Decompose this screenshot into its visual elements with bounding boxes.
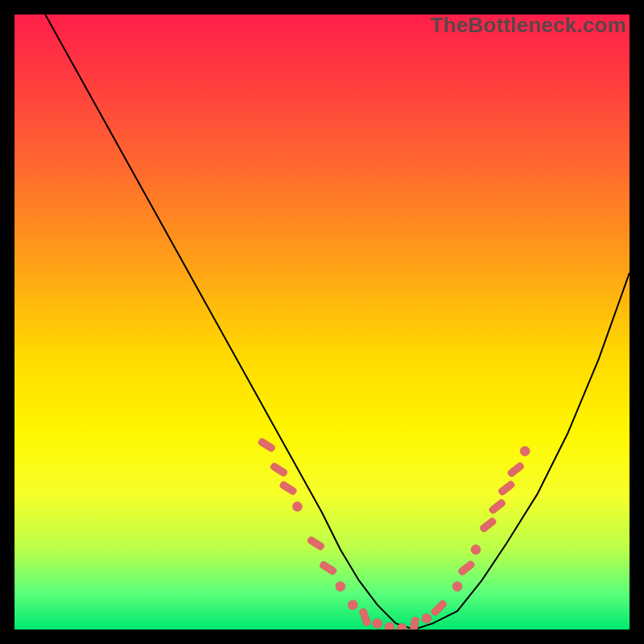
chart-stage: TheBottleneck.com xyxy=(0,0,644,644)
scatter-dot xyxy=(385,622,394,630)
scatter-dash xyxy=(359,608,372,627)
scatter-dash xyxy=(409,617,419,630)
scatter-dot xyxy=(292,502,302,511)
scatter-dash xyxy=(307,535,325,551)
scatter-dash xyxy=(479,517,497,534)
scatter-dot xyxy=(336,582,345,592)
scatter-dash xyxy=(488,498,506,515)
scatter-dot xyxy=(373,618,382,628)
scatter-dash xyxy=(270,462,288,477)
scatter-dash xyxy=(319,560,337,576)
chart-overlay xyxy=(14,14,630,630)
scatter-dash xyxy=(257,437,275,452)
scatter-dash xyxy=(279,481,297,496)
scatter-dot xyxy=(452,582,462,592)
scatter-points xyxy=(257,437,530,630)
scatter-dot xyxy=(471,545,481,555)
scatter-dot xyxy=(520,446,530,456)
bottleneck-curve xyxy=(45,14,630,630)
scatter-dot xyxy=(348,600,357,609)
scatter-dash xyxy=(457,559,476,576)
plot-area: TheBottleneck.com xyxy=(14,14,630,630)
scatter-dash xyxy=(430,599,448,617)
scatter-dash xyxy=(497,480,516,497)
scatter-dot xyxy=(422,613,431,623)
watermark-text: TheBottleneck.com xyxy=(431,14,626,38)
scatter-dash xyxy=(506,461,525,478)
